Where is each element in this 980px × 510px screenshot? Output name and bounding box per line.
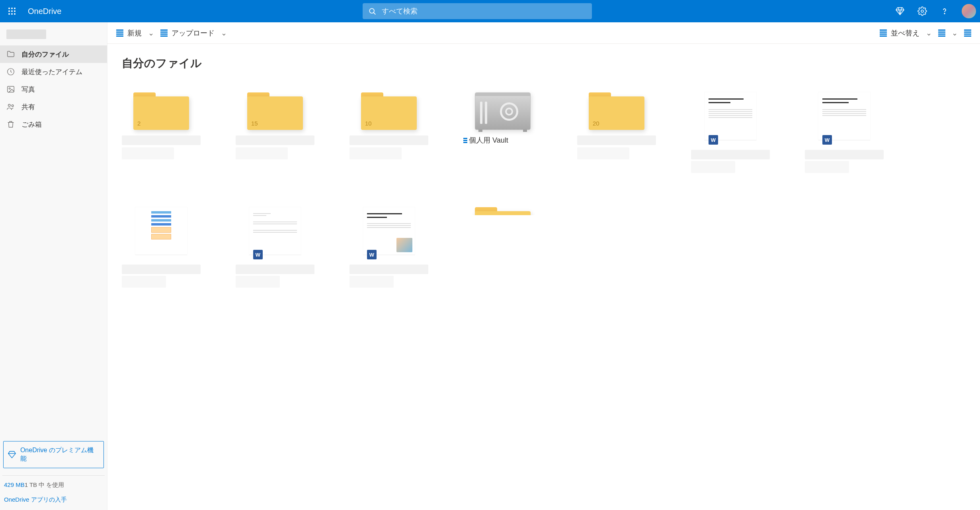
sort-menu-button[interactable]: 並べ替え ⌄ <box>877 26 935 40</box>
document-thumbnail: W <box>705 92 756 140</box>
svg-point-0 <box>8 8 10 9</box>
list-icon <box>116 29 123 37</box>
folder-tile[interactable]: 15 <box>236 92 314 173</box>
word-icon: W <box>253 250 263 259</box>
file-tile[interactable]: W <box>805 92 884 173</box>
sidebar-item-my-files[interactable]: 自分のファイル <box>0 45 107 63</box>
svg-point-15 <box>9 88 10 89</box>
help-button[interactable] <box>938 4 951 18</box>
vault-tile[interactable]: 個人用 Vault <box>463 92 542 173</box>
chevron-down-icon: ⌄ <box>926 29 932 37</box>
svg-point-8 <box>14 13 16 15</box>
waffle-icon <box>8 7 16 15</box>
sidebar-item-photos[interactable]: 写真 <box>0 80 107 98</box>
search-icon <box>368 7 376 15</box>
document-thumbnail: W <box>249 207 301 255</box>
svg-point-4 <box>11 10 13 12</box>
sidebar-item-label: 共有 <box>21 102 35 112</box>
chevron-down-icon: ⌄ <box>221 29 227 37</box>
sidebar-item-label: 最近使ったアイテム <box>21 67 82 76</box>
search-input[interactable] <box>382 7 586 16</box>
sidebar-item-label: 自分のファイル <box>21 50 69 59</box>
list-icon <box>160 29 168 37</box>
svg-point-1 <box>11 8 13 9</box>
folder-icon: 10 <box>361 92 417 130</box>
word-icon: W <box>367 250 377 259</box>
list-icon <box>938 29 945 37</box>
sidebar-item-recycle[interactable]: ごみ箱 <box>0 116 107 133</box>
word-icon: W <box>822 135 832 145</box>
file-tile[interactable]: W <box>349 207 428 288</box>
diamond-icon <box>895 6 905 16</box>
storage-total: 1 TB 中 を使用 <box>25 481 64 488</box>
upload-label: アップロード <box>172 28 215 38</box>
new-label: 新規 <box>127 28 142 38</box>
folder-item-count: 20 <box>593 120 599 127</box>
premium-icon[interactable] <box>893 4 907 18</box>
settings-button[interactable] <box>916 4 929 18</box>
premium-upsell-button[interactable]: OneDrive のプレミアム機能 <box>3 441 104 468</box>
svg-point-12 <box>944 13 945 14</box>
sidebar: 自分のファイル 最近使ったアイテム 写真 共有 ごみ箱 <box>0 22 107 510</box>
document-thumbnail: W <box>363 207 415 255</box>
svg-rect-14 <box>8 86 14 92</box>
account-name-block <box>0 22 107 44</box>
sort-label: 並べ替え <box>891 28 919 38</box>
get-app-link[interactable]: OneDrive アプリの入手 <box>0 491 107 510</box>
question-icon <box>940 6 949 16</box>
svg-point-2 <box>14 8 16 9</box>
folder-icon <box>6 50 15 59</box>
folder-item-count: 2 <box>137 120 141 127</box>
storage-usage: 429 MB1 TB 中 を使用 <box>0 481 107 491</box>
svg-point-9 <box>370 8 375 13</box>
sidebar-item-label: ごみ箱 <box>21 120 42 129</box>
page-title: 自分のファイル <box>122 56 966 71</box>
sidebar-item-label: 写真 <box>21 85 35 94</box>
folder-tile[interactable] <box>463 207 542 215</box>
search-box[interactable] <box>363 3 592 19</box>
premium-label: OneDrive のプレミアム機能 <box>20 446 100 463</box>
document-thumbnail: W <box>818 92 870 140</box>
svg-line-10 <box>374 12 376 14</box>
file-tile[interactable] <box>122 207 201 288</box>
folder-tile[interactable]: 10 <box>349 92 428 173</box>
sidebar-item-shared[interactable]: 共有 <box>0 98 107 116</box>
file-tile[interactable]: W <box>236 207 314 288</box>
clock-icon <box>6 67 15 76</box>
trash-icon <box>6 120 15 129</box>
sidebar-item-recent[interactable]: 最近使ったアイテム <box>0 63 107 80</box>
folder-tile[interactable]: 20 <box>577 92 656 173</box>
info-panel-button[interactable] <box>961 27 974 39</box>
items-grid: 2 15 10 <box>122 92 966 288</box>
svg-point-7 <box>11 13 13 15</box>
user-avatar[interactable] <box>962 4 976 18</box>
document-thumbnail <box>135 207 187 255</box>
view-mode-button[interactable]: ⌄ <box>935 26 961 40</box>
gear-icon <box>918 6 927 16</box>
folder-tile[interactable]: 2 <box>122 92 201 173</box>
svg-point-11 <box>921 10 923 12</box>
list-icon <box>964 29 971 37</box>
storage-used: 429 MB <box>4 481 25 488</box>
header-bar: OneDrive <box>0 0 980 22</box>
folder-icon: 15 <box>247 92 303 130</box>
command-bar: 新規 ⌄ アップロード ⌄ 並べ替え ⌄ ⌄ <box>107 22 980 44</box>
new-menu-button[interactable]: 新規 ⌄ <box>113 26 157 40</box>
file-tile[interactable]: W <box>691 92 770 173</box>
folder-icon: 2 <box>133 92 189 130</box>
list-icon <box>463 138 467 143</box>
upload-menu-button[interactable]: アップロード ⌄ <box>157 26 230 40</box>
diamond-icon <box>8 450 16 459</box>
svg-point-6 <box>8 13 10 15</box>
svg-point-3 <box>8 10 10 12</box>
svg-point-5 <box>14 10 16 12</box>
folder-icon: 20 <box>589 92 644 130</box>
brand-title: OneDrive <box>28 7 61 16</box>
app-launcher-button[interactable] <box>4 3 20 19</box>
svg-point-16 <box>8 104 10 107</box>
folder-icon <box>475 207 531 215</box>
vault-icon <box>475 92 531 130</box>
list-icon <box>880 29 887 37</box>
vault-label: 個人用 Vault <box>469 135 508 145</box>
word-icon: W <box>709 135 718 145</box>
